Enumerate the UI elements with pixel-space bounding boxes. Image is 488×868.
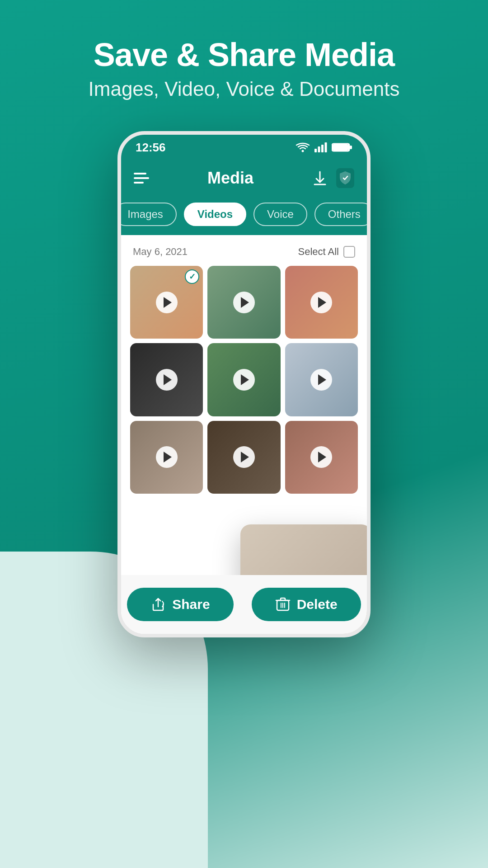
- status-time: 12:56: [136, 141, 166, 155]
- delete-label: Delete: [297, 597, 338, 612]
- header-actions: [312, 168, 354, 188]
- play-button-1[interactable]: [156, 292, 178, 313]
- filter-tabs: Images Videos Voice Others: [121, 196, 367, 235]
- play-button-4[interactable]: [156, 369, 178, 391]
- wifi-icon: [296, 142, 310, 152]
- play-button-9[interactable]: [310, 446, 332, 468]
- media-cell-4[interactable]: [130, 343, 203, 416]
- play-button-3[interactable]: [310, 292, 332, 313]
- phone-body: 12:56: [117, 131, 371, 637]
- media-cell-1[interactable]: [130, 266, 203, 339]
- media-cell-5[interactable]: [207, 343, 280, 416]
- app-header: Media: [121, 160, 367, 196]
- media-cell-7[interactable]: [130, 421, 203, 494]
- menu-button[interactable]: [134, 173, 149, 184]
- status-icons: [296, 142, 352, 152]
- select-all-checkbox[interactable]: [343, 246, 355, 258]
- date-row: May 6, 2021 Select All: [130, 246, 358, 258]
- hero-section: Save & Share Media Images, Video, Voice …: [0, 0, 488, 118]
- media-cell-3[interactable]: [285, 266, 358, 339]
- svg-rect-3: [321, 145, 324, 152]
- media-grid: [130, 266, 358, 494]
- select-all-label: Select All: [298, 246, 339, 258]
- svg-rect-8: [350, 146, 352, 149]
- tab-images[interactable]: Images: [117, 203, 177, 226]
- svg-rect-1: [314, 149, 317, 152]
- battery-icon: [332, 142, 352, 152]
- share-label: Share: [172, 597, 210, 612]
- play-button-5[interactable]: [233, 369, 255, 391]
- svg-rect-7: [333, 144, 348, 151]
- media-cell-8[interactable]: [207, 421, 280, 494]
- action-bar: Share Delete: [121, 575, 367, 634]
- play-button-8[interactable]: [233, 446, 255, 468]
- tab-videos[interactable]: Videos: [184, 203, 246, 226]
- svg-point-0: [302, 150, 304, 152]
- app-title: Media: [207, 169, 253, 188]
- status-bar: 12:56: [121, 135, 367, 160]
- media-cell-9[interactable]: [285, 421, 358, 494]
- delete-button[interactable]: Delete: [252, 588, 361, 621]
- download-icon[interactable]: [312, 170, 328, 186]
- shield-icon[interactable]: [336, 168, 354, 188]
- phone-mockup: 12:56: [117, 131, 371, 637]
- tab-voice[interactable]: Voice: [253, 203, 307, 226]
- signal-icon: [314, 142, 327, 152]
- tab-others[interactable]: Others: [314, 203, 371, 226]
- date-label: May 6, 2021: [133, 246, 188, 258]
- media-cell-2[interactable]: [207, 266, 280, 339]
- delete-icon: [275, 597, 291, 612]
- svg-rect-4: [325, 142, 327, 152]
- select-all[interactable]: Select All: [298, 246, 356, 258]
- check-badge-1: [185, 269, 199, 284]
- play-button-2[interactable]: [233, 292, 255, 313]
- share-button[interactable]: Share: [127, 588, 233, 621]
- play-button-6[interactable]: [310, 369, 332, 391]
- svg-rect-2: [318, 146, 320, 152]
- hero-subtitle: Images, Video, Voice & Documents: [0, 78, 488, 100]
- share-icon: [150, 597, 166, 612]
- media-cell-6[interactable]: [285, 343, 358, 416]
- hero-title: Save & Share Media: [0, 36, 488, 73]
- play-button-7[interactable]: [156, 446, 178, 468]
